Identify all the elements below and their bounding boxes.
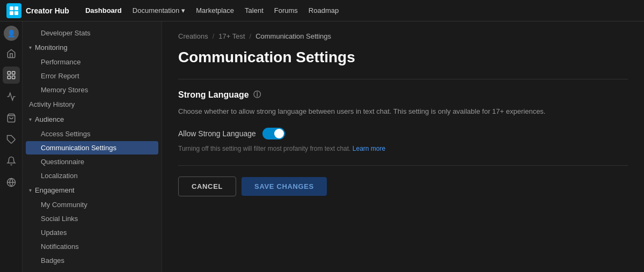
svg-rect-2 (10, 11, 13, 15)
svg-rect-3 (14, 11, 18, 15)
sidebar-item-access-settings[interactable]: Access Settings (26, 127, 158, 141)
chevron-audience-icon: ▾ (29, 116, 32, 122)
toggle-thumb (274, 129, 284, 138)
breadcrumb: Creations / 17+ Test / Communication Set… (178, 32, 628, 40)
sidebar-section-audience[interactable]: ▾ Audience (23, 112, 162, 127)
svg-rect-5 (12, 71, 14, 74)
sidebar-item-activity-history[interactable]: Activity History (23, 97, 162, 112)
sidebar-item-error-report[interactable]: Error Report (26, 69, 158, 83)
svg-rect-1 (14, 6, 18, 10)
home-icon-rail[interactable] (3, 45, 20, 62)
cancel-button[interactable]: CANCEL (178, 177, 236, 196)
allow-strong-language-row: Allow Strong Language (178, 128, 628, 139)
icon-rail: 👤 (0, 21, 23, 272)
body-layout: 👤 (0, 21, 644, 272)
breadcrumb-sep1: / (213, 32, 215, 40)
sidebar-item-performance[interactable]: Performance (26, 55, 158, 69)
chevron-engagement-icon: ▾ (29, 187, 32, 193)
sidebar-item-developer-stats[interactable]: Developer Stats (26, 26, 158, 40)
nav-marketplace[interactable]: Marketplace (196, 6, 234, 14)
nav-forums[interactable]: Forums (274, 6, 298, 14)
nav-roadmap[interactable]: Roadmap (309, 6, 339, 14)
sidebar-item-questionnaire[interactable]: Questionnaire (26, 155, 158, 168)
sidebar-item-my-community[interactable]: My Community (26, 198, 158, 211)
sidebar-section-community[interactable]: ▾ Community (23, 268, 162, 272)
allow-strong-language-toggle[interactable] (262, 128, 285, 139)
learn-more-link[interactable]: Learn more (353, 145, 385, 152)
setting-hint: Turning off this setting will filter mos… (178, 145, 628, 152)
logo-icon (6, 3, 21, 18)
breadcrumb-sep2: / (250, 32, 252, 40)
top-nav: Creator Hub Dashboard Documentation ▾ Ma… (0, 0, 644, 21)
analytics-icon-rail[interactable] (3, 88, 20, 105)
bottom-actions: CANCEL SAVE CHANGES (178, 177, 628, 196)
chevron-monitoring-icon: ▾ (29, 45, 32, 50)
globe-icon-rail[interactable] (3, 174, 20, 191)
sidebar-item-social-links[interactable]: Social Links (26, 212, 158, 225)
creations-icon-rail[interactable] (3, 67, 20, 84)
sidebar-item-localization[interactable]: Localization (26, 169, 158, 182)
top-nav-links: Dashboard Documentation ▾ Marketplace Ta… (85, 6, 339, 14)
allow-strong-language-label: Allow Strong Language (178, 129, 256, 138)
svg-rect-6 (8, 76, 10, 79)
sidebar: Developer Stats ▾ Monitoring Performance… (23, 21, 162, 272)
info-icon[interactable]: ⓘ (253, 90, 261, 100)
sidebar-item-memory-stores[interactable]: Memory Stores (26, 83, 158, 97)
save-changes-button[interactable]: SAVE CHANGES (241, 177, 327, 196)
sidebar-item-communication-settings[interactable]: Communication Settings (26, 141, 158, 155)
svg-rect-7 (12, 76, 14, 79)
main-content: Creations / 17+ Test / Communication Set… (162, 21, 644, 272)
bottom-divider (178, 165, 628, 166)
svg-rect-4 (8, 71, 10, 74)
nav-dashboard[interactable]: Dashboard (85, 6, 122, 14)
toggle-track (262, 128, 285, 139)
puzzle-icon-rail[interactable] (3, 131, 20, 148)
sidebar-item-notifications[interactable]: Notifications (26, 240, 158, 253)
sidebar-item-badges[interactable]: Badges (26, 254, 158, 267)
chevron-down-icon: ▾ (181, 6, 185, 14)
strong-language-description: Choose whether to allow strong language … (178, 106, 628, 117)
page-title: Communication Settings (178, 49, 628, 66)
sidebar-section-engagement[interactable]: ▾ Engagement (23, 183, 162, 197)
top-divider (178, 79, 628, 79)
nav-documentation[interactable]: Documentation ▾ (133, 6, 185, 14)
sidebar-section-monitoring[interactable]: ▾ Monitoring (23, 40, 162, 55)
svg-rect-0 (10, 6, 13, 10)
strong-language-title: Strong Language ⓘ (178, 90, 628, 100)
breadcrumb-current: Communication Settings (255, 32, 331, 40)
breadcrumb-creations[interactable]: Creations (178, 32, 208, 40)
bell-icon-rail[interactable] (3, 152, 20, 170)
logo[interactable]: Creator Hub (6, 3, 69, 18)
store-icon-rail[interactable] (3, 109, 20, 127)
logo-text: Creator Hub (26, 6, 69, 15)
nav-talent[interactable]: Talent (245, 6, 264, 14)
sidebar-item-updates[interactable]: Updates (26, 226, 158, 239)
user-avatar[interactable]: 👤 (4, 26, 19, 41)
breadcrumb-test[interactable]: 17+ Test (218, 32, 245, 40)
